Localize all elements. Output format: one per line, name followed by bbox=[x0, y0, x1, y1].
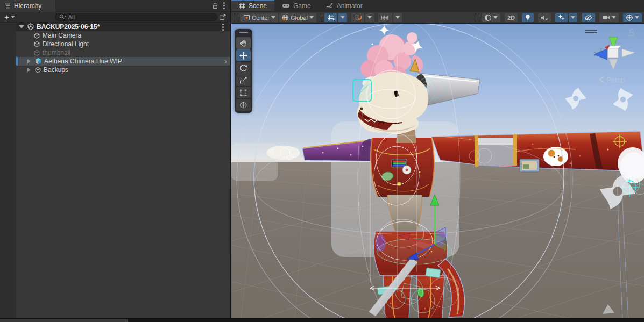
panel-menu-icon[interactable] bbox=[220, 1, 228, 10]
row-label: Aethena.Chimera.Hue.WIP bbox=[44, 58, 122, 65]
chevron-down-icon bbox=[367, 16, 372, 19]
hierarchy-toolbar: + All bbox=[0, 12, 230, 23]
effects-dropdown[interactable] bbox=[569, 13, 577, 22]
pick-window-icon[interactable] bbox=[217, 13, 228, 20]
scale-icon bbox=[239, 76, 247, 84]
scene-menu-icon[interactable] bbox=[219, 23, 227, 32]
tab-scene[interactable]: Scene bbox=[231, 0, 274, 11]
pivot-mode-button[interactable]: Center bbox=[240, 13, 278, 22]
hierarchy-tab-bar: Hierarchy bbox=[0, 0, 230, 12]
lightbulb-icon bbox=[525, 14, 531, 21]
scale-tool-button[interactable] bbox=[236, 74, 251, 86]
effects-toggle-button[interactable] bbox=[555, 13, 568, 22]
toolbar-grip[interactable] bbox=[319, 15, 322, 21]
toolbar-grip[interactable] bbox=[235, 15, 238, 21]
search-icon bbox=[59, 14, 66, 20]
gameobject-cube-icon bbox=[33, 32, 40, 39]
effects-sparkle-icon bbox=[558, 14, 565, 21]
pivot-mode-label: Center bbox=[252, 15, 270, 21]
view-tool-button[interactable] bbox=[236, 37, 251, 49]
row-label: thumbnail bbox=[43, 49, 70, 56]
scene-name: BACKUP2025-06-15* bbox=[37, 23, 100, 31]
toolbar-grip[interactable] bbox=[476, 15, 479, 21]
scene-camera-dropdown[interactable] bbox=[599, 13, 619, 22]
row-label: Main Camera bbox=[43, 32, 81, 39]
grid-settings-dropdown[interactable] bbox=[338, 13, 347, 22]
row-backups[interactable]: Backups bbox=[16, 66, 230, 74]
snap-size-button[interactable] bbox=[378, 13, 392, 22]
gameobject-cube-icon bbox=[33, 41, 40, 48]
increment-ruler-icon bbox=[381, 15, 390, 21]
rotate-tool-button[interactable] bbox=[236, 62, 251, 74]
scene-viewport[interactable]: y x z Persp bbox=[231, 24, 644, 318]
scene-panel: Scene Game Animator Center Global bbox=[231, 0, 644, 318]
camera-icon bbox=[602, 15, 610, 20]
tab-hierarchy[interactable]: Hierarchy bbox=[0, 0, 55, 12]
gizmos-toggle-button[interactable] bbox=[623, 13, 642, 22]
tab-label: Animator bbox=[337, 2, 363, 10]
hierarchy-list-icon bbox=[4, 3, 11, 9]
foldout-closed-icon[interactable] bbox=[26, 59, 32, 63]
prefab-open-arrow[interactable]: › bbox=[224, 58, 227, 65]
lock-icon[interactable] bbox=[211, 2, 219, 10]
row-label: Directional Light bbox=[43, 40, 89, 48]
rotate-icon bbox=[239, 64, 247, 72]
chevron-down-icon bbox=[341, 16, 345, 19]
hidden-objects-toggle[interactable] bbox=[582, 13, 595, 22]
snap-settings-dropdown[interactable] bbox=[365, 13, 374, 22]
foldout-closed-icon[interactable] bbox=[26, 68, 32, 72]
scene-grid-icon bbox=[239, 3, 245, 9]
snap-magnet-icon bbox=[354, 14, 362, 21]
chevron-down-icon bbox=[395, 16, 400, 19]
tab-label: Game bbox=[293, 2, 311, 10]
unity-editor-window: Hierarchy + All bbox=[0, 0, 644, 322]
grid-axis-icon bbox=[327, 14, 335, 21]
transform-icon bbox=[239, 101, 247, 109]
shaded-sphere-icon bbox=[484, 14, 492, 22]
chevron-down-icon bbox=[11, 16, 15, 18]
row-directional-light[interactable]: Directional Light bbox=[16, 40, 230, 48]
snap-increment-toggle[interactable] bbox=[351, 13, 364, 22]
snap-size-dropdown[interactable] bbox=[393, 13, 402, 22]
move-icon bbox=[239, 52, 247, 60]
chevron-down-icon bbox=[493, 16, 498, 19]
row-main-camera[interactable]: Main Camera bbox=[16, 31, 230, 40]
row-thumbnail[interactable]: thumbnail bbox=[16, 48, 230, 57]
hierarchy-panel: Hierarchy + All bbox=[0, 0, 231, 318]
transform-tool-button[interactable] bbox=[236, 99, 251, 111]
lighting-toggle-button[interactable] bbox=[522, 13, 534, 22]
scene-render: y x z Persp bbox=[231, 24, 644, 318]
chevron-down-icon bbox=[271, 16, 275, 19]
create-object-label: + bbox=[4, 14, 9, 20]
create-object-button[interactable]: + bbox=[2, 14, 17, 20]
hand-icon bbox=[240, 39, 247, 47]
foldout-open-icon[interactable] bbox=[18, 25, 25, 28]
gizmo-center-cube[interactable] bbox=[608, 48, 618, 58]
axis-y-label[interactable]: y bbox=[612, 28, 615, 36]
row-aethena-chimera[interactable]: Aethena.Chimera.Hue.WIP › bbox=[16, 57, 230, 66]
grid-visibility-toggle[interactable] bbox=[324, 13, 337, 22]
tab-animator[interactable]: Animator bbox=[319, 0, 370, 11]
shading-mode-dropdown[interactable] bbox=[482, 13, 500, 22]
prefab-model-icon bbox=[34, 58, 42, 65]
scene-header-row[interactable]: BACKUP2025-06-15* bbox=[16, 23, 230, 31]
orientation-mode-button[interactable]: Global bbox=[279, 13, 316, 22]
status-progress-segment bbox=[0, 319, 128, 322]
tool-palette-overlay bbox=[235, 29, 252, 113]
rect-tool-button[interactable] bbox=[236, 87, 251, 98]
tab-label: Scene bbox=[249, 2, 267, 10]
animator-icon bbox=[326, 3, 334, 9]
search-input[interactable]: All bbox=[55, 13, 217, 21]
chevron-down-icon bbox=[635, 16, 639, 19]
audio-toggle-button[interactable] bbox=[538, 13, 551, 22]
hierarchy-tree: BACKUP2025-06-15* Main Camera Directiona… bbox=[0, 23, 230, 318]
2d-label: 2D bbox=[507, 15, 515, 21]
tab-game[interactable]: Game bbox=[274, 0, 319, 11]
move-tool-button[interactable] bbox=[236, 49, 251, 61]
overlay-drag-handle[interactable] bbox=[235, 30, 252, 37]
gameobject-cube-icon bbox=[33, 49, 40, 56]
gamepad-icon bbox=[282, 3, 290, 9]
2d-toggle-button[interactable]: 2D bbox=[505, 13, 518, 22]
row-label: Backups bbox=[44, 66, 68, 74]
eye-slash-icon bbox=[584, 15, 592, 21]
